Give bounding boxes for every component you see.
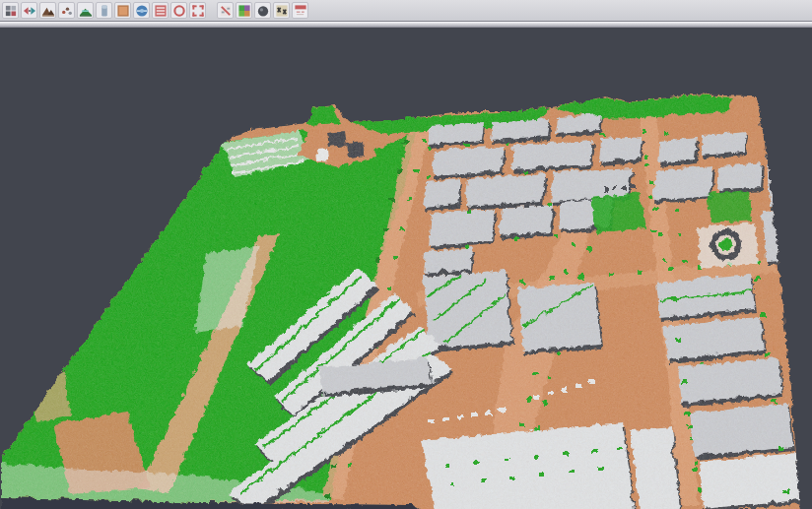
globe-3d-button[interactable]	[133, 2, 150, 19]
profile-bar-button[interactable]	[96, 2, 112, 19]
pan-axes-button[interactable]	[21, 2, 37, 19]
measure-cross-icon	[275, 4, 289, 18]
classification-colors-icon	[237, 4, 251, 18]
profile-bar-icon	[98, 4, 111, 18]
globe-3d-icon	[135, 4, 149, 18]
ortho-image-icon	[116, 4, 130, 18]
measure-cross-button[interactable]	[273, 2, 290, 19]
view-cube-button[interactable]	[2, 2, 19, 19]
terrain-hill-button[interactable]	[77, 2, 94, 19]
toolbar	[0, 0, 812, 21]
viewport-3d[interactable]	[0, 28, 812, 509]
point-dots-icon	[60, 4, 74, 18]
terrain-hill-icon	[79, 4, 93, 18]
tin-mountain-icon	[41, 4, 55, 18]
tin-mountain-button[interactable]	[39, 2, 56, 19]
zoom-window-icon	[191, 4, 205, 18]
classification-colors-button[interactable]	[236, 2, 252, 19]
slice-stack-icon	[154, 4, 168, 18]
point-cloud-render	[0, 28, 812, 509]
zoom-window-button[interactable]	[189, 2, 206, 19]
toolbar-separator	[0, 21, 812, 28]
circle-select-icon	[172, 4, 186, 18]
terrain-mesh	[0, 28, 812, 509]
pan-axes-icon	[23, 4, 36, 18]
classified-points-layer	[0, 28, 812, 509]
shaded-sphere-icon	[256, 4, 270, 18]
clear-selection-button[interactable]	[217, 2, 234, 19]
point-dots-button[interactable]	[58, 2, 75, 19]
toolbar-group-separator	[208, 2, 215, 19]
view-cube-icon	[4, 4, 18, 18]
flag-stripes-button[interactable]	[292, 2, 308, 19]
flag-stripes-icon	[294, 4, 307, 18]
slice-stack-button[interactable]	[152, 2, 169, 19]
shaded-sphere-button[interactable]	[254, 2, 271, 19]
circle-select-button[interactable]	[170, 2, 187, 19]
ortho-image-button[interactable]	[114, 2, 131, 19]
clear-selection-icon	[219, 4, 233, 18]
